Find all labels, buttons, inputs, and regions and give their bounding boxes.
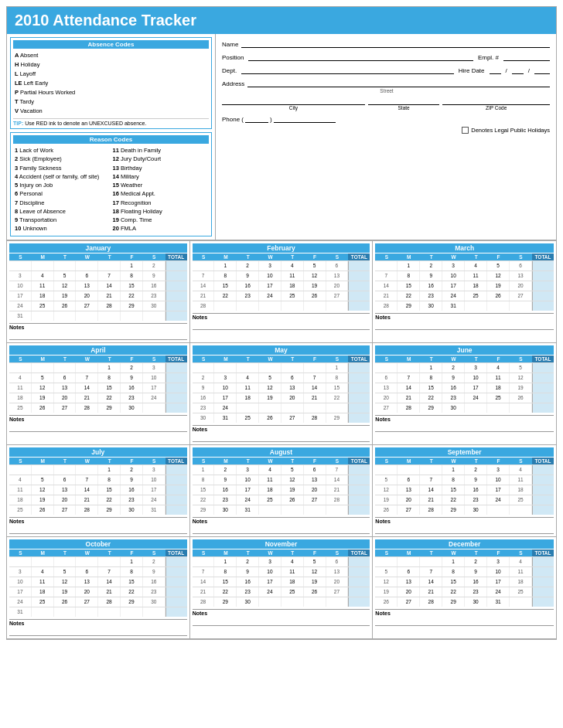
cal-week-row: 19202122232425 [375,495,554,505]
reason-item: 2 Sick (Employee) [15,155,110,163]
reason-codes-title: Reason Codes [13,135,209,144]
cal-day-cell: 26 [282,495,304,505]
cal-day-cell: 27 [326,291,349,301]
cal-day-cell [76,311,98,321]
cal-total-cell [532,281,554,291]
cal-day-cell: 17 [487,577,510,587]
cal-day-cell: 14 [420,577,442,587]
cal-week-row: 123 [9,362,187,373]
cal-day-cell [237,301,259,311]
cal-total-cell [165,485,187,495]
cal-total-cell [348,597,370,607]
cal-header-cell: S [326,355,349,362]
cal-day-cell: 14 [76,383,98,393]
cal-day-cell: 28 [398,403,420,413]
cal-day-cell: 6 [375,373,398,383]
cal-day-cell: 20 [54,393,77,403]
cal-day-cell: 22 [98,393,121,403]
calendar-month: SeptemberSMTWTFSTOTAL1234567891011121314… [373,445,556,537]
month-title: January [9,243,187,253]
cal-day-cell: 25 [237,413,259,423]
cal-day-cell: 21 [98,291,121,301]
cal-day-cell [143,403,165,413]
cal-day-cell: 4 [9,475,32,485]
cal-header-cell: S [510,458,532,464]
cal-day-cell [54,261,77,270]
reason-item: 11 Death in Family [113,146,208,155]
cal-header-cell: M [214,253,237,260]
cal-day-cell: 5 [32,475,54,485]
cal-header-cell: F [304,253,326,260]
cal-notes: Notes [375,313,554,330]
cal-day-cell: 26 [32,403,54,413]
cal-day-cell: 1 [98,465,121,475]
cal-day-cell: 11 [487,373,510,383]
cal-day-cell: 5 [32,373,54,383]
cal-header-cell: S [143,253,165,260]
cal-day-cell [32,311,54,321]
cal-day-cell: 9 [465,567,487,577]
reason-item: 9 Transportation [15,216,110,224]
cal-day-cell: 9 [193,383,215,393]
cal-day-cell: 17 [237,485,259,495]
cal-day-cell: 18 [510,577,532,587]
cal-day-cell: 19 [304,281,326,291]
absence-item: H Holiday [13,60,111,70]
cal-day-cell: 6 [398,475,420,485]
cal-day-cell: 26 [54,301,77,311]
holidays-checkbox[interactable] [462,127,469,134]
cal-day-cell: 10 [214,383,237,393]
cal-header-cell: F [304,458,326,464]
cal-day-cell: 23 [237,291,259,301]
cal-day-cell: 24 [237,495,259,505]
cal-day-cell: 19 [375,587,398,597]
cal-day-cell: 24 [259,291,282,301]
cal-day-cell: 3 [465,363,487,373]
reason-col-2: 11 Death in Family 12 Jury Duty/Court 13… [111,146,210,233]
cal-day-cell [304,505,326,515]
cal-day-cell: 4 [9,373,32,383]
cal-header-cell: S [193,253,215,260]
cal-day-cell: 30 [237,597,259,607]
cal-day-cell: 20 [282,393,304,403]
cal-day-cell: 24 [9,597,32,607]
cal-day-cell: 4 [487,363,510,373]
cal-day-cell: 2 [214,465,237,475]
notes-line [193,618,370,626]
cal-day-cell: 31 [143,505,165,515]
cal-total-cell [348,261,370,270]
top-section: Absence Codes A Absent H Holiday L Layof… [7,34,556,240]
cal-day-cell: 5 [304,557,326,566]
cal-header-cell: TOTAL [165,458,187,464]
cal-week-row: 13141516171819 [375,383,554,393]
cal-day-cell: 16 [143,281,165,291]
cal-header-cell: S [9,253,32,260]
cal-header-cell: T [237,253,259,260]
cal-day-cell: 9 [442,373,465,383]
cal-day-cell [398,363,420,373]
cal-day-cell: 29 [398,301,420,311]
cal-day-cell: 19 [32,393,54,403]
cal-day-cell: 26 [510,393,532,403]
cal-day-cell: 4 [32,271,54,281]
cal-week-row: 3456789 [9,566,187,577]
cal-week-row: 2627282930 [375,505,554,515]
cal-day-cell [9,261,32,270]
cal-header-row: SMTWTFSTOTAL [375,355,554,362]
cal-day-cell [259,403,282,413]
cal-day-cell: 1 [442,557,465,566]
cal-header-cell: M [398,458,420,464]
reason-codes-box: Reason Codes 1 Lack of Work 2 Sick (Empl… [10,132,212,236]
cal-day-cell: 2 [121,465,143,475]
cal-day-cell: 22 [442,587,465,597]
cal-day-cell: 17 [9,291,32,301]
cal-header-cell: M [214,549,237,556]
cal-total-cell [165,607,187,617]
cal-header-cell: T [237,458,259,464]
cal-day-cell: 28 [420,505,442,515]
cal-header-cell: M [32,253,54,260]
cal-week-row: 123456 [193,556,370,566]
cal-total-cell [348,505,370,515]
cal-header-cell: F [487,549,510,556]
cal-day-cell: 8 [193,475,215,485]
